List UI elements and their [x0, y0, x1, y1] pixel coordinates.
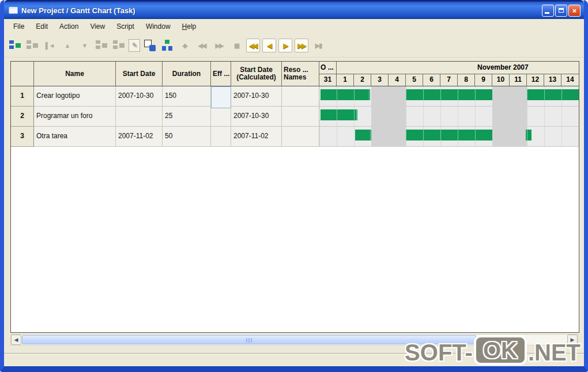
cell-resource-names[interactable] [282, 86, 319, 107]
cell-duration[interactable]: 50 [163, 127, 211, 147]
unlink-tasks-icon [111, 38, 126, 53]
cell-effort[interactable] [211, 86, 231, 108]
nav-prev-icon[interactable]: ◀ [262, 39, 276, 52]
table-row: 2Programar un foro252007-10-30 [11, 107, 579, 127]
menu-action[interactable]: Action [55, 21, 83, 32]
close-icon: × [572, 7, 577, 14]
weekend-shade [510, 127, 527, 147]
gantt-bar[interactable] [406, 130, 492, 141]
table-row: 1Crear logotipo2007-10-301502007-10-30 [11, 86, 579, 107]
gantt-day-12: 12 [527, 74, 544, 86]
menu-script[interactable]: Script [112, 21, 139, 32]
cell-duration[interactable]: 150 [163, 86, 211, 107]
gantt-day-1: 1 [337, 74, 354, 86]
minimize-button[interactable] [542, 5, 554, 17]
table-empty-area [11, 147, 579, 332]
header-start-date-calculated[interactable]: Start Date (Calculated) [231, 62, 282, 86]
move-up-icon: ▲ [59, 38, 74, 53]
gantt-october-header: O ... [319, 62, 337, 74]
cell-duration[interactable]: 25 [163, 107, 211, 127]
nav-last-icon[interactable]: ▶▶ [295, 39, 308, 52]
cell-start-date[interactable] [116, 107, 163, 127]
gantt-day-31: 31 [319, 74, 337, 86]
move-down-icon: ▼ [77, 38, 92, 53]
header-duration[interactable]: Duration [163, 62, 211, 86]
cell-start-date[interactable]: 2007-11-02 [116, 127, 163, 147]
cell-resource-names[interactable] [282, 107, 319, 127]
gantt-day-9: 9 [475, 74, 492, 86]
menu-edit[interactable]: Edit [31, 21, 52, 32]
weekend-shade [389, 86, 406, 107]
gantt-bar[interactable] [321, 109, 357, 120]
table-row: 3Otra tarea2007-11-02502007-11-02 [11, 127, 579, 147]
nav-next-icon[interactable]: ▶ [278, 39, 292, 52]
weekend-shade [492, 86, 510, 107]
watermark: SOFT-OK.NET [405, 335, 581, 365]
weekend-shade [371, 107, 389, 127]
gantt-row [319, 86, 579, 107]
gantt-month-label: November 2007 [477, 63, 529, 71]
weekend-shade [371, 127, 389, 147]
weekend-shade [510, 86, 527, 107]
outdent-task-icon: ▌◄ [42, 38, 57, 53]
delete-task-icon [25, 38, 40, 53]
gantt-row [319, 127, 579, 147]
cell-start-date-calculated[interactable]: 2007-10-30 [231, 86, 282, 107]
menu-window[interactable]: Window [141, 21, 175, 32]
cell-name[interactable]: Programar un foro [34, 107, 116, 127]
header-row-number [11, 62, 34, 86]
gantt-day-8: 8 [458, 74, 475, 86]
gantt-month-row: O ... November 2007 [319, 62, 579, 74]
row-number[interactable]: 2 [11, 107, 34, 127]
header-name[interactable]: Name [34, 62, 116, 86]
gantt-bar[interactable] [355, 130, 371, 141]
gantt-bar[interactable] [526, 130, 532, 141]
milestone-icon: ◆ [177, 38, 192, 53]
app-window: New Project / Gantt Chart (Task) × File … [0, 0, 588, 372]
gantt-row [319, 107, 579, 127]
gantt-day-11: 11 [510, 74, 527, 86]
header-start-date[interactable]: Start Date [116, 62, 163, 86]
cell-start-date-calculated[interactable]: 2007-11-02 [231, 127, 282, 147]
weekend-shade [510, 107, 527, 127]
row-number[interactable]: 1 [11, 86, 34, 107]
resources-icon[interactable] [160, 38, 175, 53]
menu-view[interactable]: View [85, 21, 110, 32]
close-button[interactable]: × [568, 5, 581, 17]
gantt-day-5: 5 [406, 74, 423, 86]
maximize-button[interactable] [555, 5, 567, 17]
cell-name[interactable]: Otra tarea [34, 127, 116, 147]
scroll-left-button[interactable]: ◀ [11, 335, 21, 345]
new-task-icon[interactable] [7, 38, 22, 53]
weekend-shade [389, 127, 406, 147]
gantt-day-14: 14 [561, 74, 579, 86]
row-number[interactable]: 3 [11, 127, 34, 147]
gantt-header: O ... November 2007 31123456789101112131… [319, 62, 579, 86]
gantt-day-4: 4 [389, 74, 406, 86]
gantt-bar[interactable] [321, 89, 370, 100]
header-resource-names[interactable]: Reso ... Names [282, 62, 319, 86]
cell-name[interactable]: Crear logotipo [34, 86, 116, 107]
header-effort[interactable]: Eff ... [211, 62, 231, 86]
cell-resource-names[interactable] [282, 127, 319, 147]
cell-effort[interactable] [211, 127, 231, 147]
gantt-bar[interactable] [527, 89, 579, 100]
gantt-day-10: 10 [492, 74, 510, 86]
menu-file[interactable]: File [9, 21, 29, 32]
window-controls: × [542, 5, 581, 17]
collapse-left-icon: ◀◀ [194, 38, 209, 53]
watermark-ok-badge: OK [474, 335, 527, 365]
cell-effort[interactable] [211, 107, 231, 127]
title-bar[interactable]: New Project / Gantt Chart (Task) × [4, 0, 584, 19]
table-header-row: Name Start Date Duration Eff ... Start D… [11, 62, 579, 86]
menu-bar: File Edit Action View Script Window Help [4, 19, 584, 34]
nav-first-icon[interactable]: ◀◀ [246, 39, 260, 52]
menu-help[interactable]: Help [178, 21, 201, 32]
copy-task-icon[interactable] [142, 38, 157, 53]
link-tasks-icon [94, 38, 109, 53]
gantt-day-6: 6 [423, 74, 440, 86]
cell-start-date[interactable]: 2007-10-30 [116, 86, 163, 107]
gantt-bar[interactable] [406, 89, 492, 100]
app-icon [9, 7, 18, 14]
cell-start-date-calculated[interactable]: 2007-10-30 [231, 107, 282, 127]
